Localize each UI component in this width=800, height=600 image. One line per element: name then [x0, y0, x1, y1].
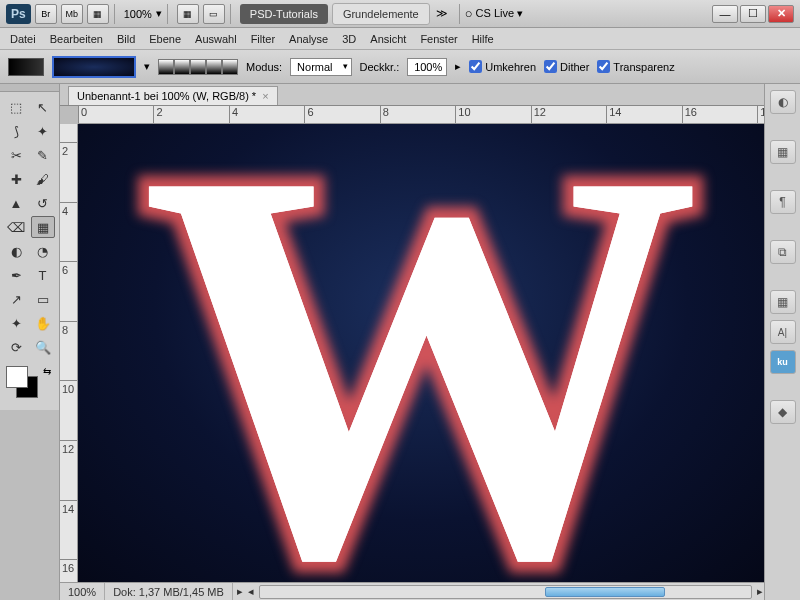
workspace-tag-1[interactable]: PSD-Tutorials: [240, 4, 328, 24]
tool-path[interactable]: ↗: [4, 288, 28, 310]
color-swatches[interactable]: ⇆: [6, 366, 53, 406]
gradient-type-buttons[interactable]: [158, 59, 238, 75]
modus-dropdown[interactable]: Normal: [290, 58, 351, 76]
layout-button[interactable]: ▦: [87, 4, 109, 24]
tool-eraser[interactable]: ⌫: [4, 216, 28, 238]
menu-bar: Datei Bearbeiten Bild Ebene Auswahl Filt…: [0, 28, 800, 50]
tool-history[interactable]: ↺: [31, 192, 55, 214]
menu-hilfe[interactable]: Hilfe: [472, 33, 494, 45]
modus-label: Modus:: [246, 61, 282, 73]
menu-filter[interactable]: Filter: [251, 33, 275, 45]
status-bar: 100% Dok: 1,37 MB/1,45 MB ▸ ◂ ▸: [60, 582, 764, 600]
tool-crop[interactable]: ✂: [4, 144, 28, 166]
menu-ebene[interactable]: Ebene: [149, 33, 181, 45]
menu-analyse[interactable]: Analyse: [289, 33, 328, 45]
tool-lasso[interactable]: ⟆: [4, 120, 28, 142]
zoom-status[interactable]: 100%: [60, 583, 105, 600]
mb-button[interactable]: Mb: [61, 4, 83, 24]
tool-shape[interactable]: ▭: [31, 288, 55, 310]
menu-3d[interactable]: 3D: [342, 33, 356, 45]
tool-rotate[interactable]: ⟳: [4, 336, 28, 358]
grid-panel-icon[interactable]: ▦: [770, 290, 796, 314]
swatches-panel-icon[interactable]: ▦: [770, 140, 796, 164]
letter-artwork: W: [141, 124, 701, 582]
tool-zoom[interactable]: 🔍: [31, 336, 55, 358]
ruler-vertical: 2 4 6 8 10 12 14 16: [60, 124, 78, 582]
layers-panel-icon[interactable]: ⧉: [770, 240, 796, 264]
deck-label: Deckkr.:: [360, 61, 400, 73]
tool-wand[interactable]: ✦: [31, 120, 55, 142]
doc-info[interactable]: Dok: 1,37 MB/1,45 MB: [105, 583, 233, 600]
tool-preset[interactable]: [8, 58, 44, 76]
dither-checkbox[interactable]: Dither: [544, 60, 589, 73]
right-panel-dock: ◐ ▦ ¶ ⧉ ▦ A| ku ◆: [764, 84, 800, 600]
tool-type[interactable]: T: [31, 264, 55, 286]
gradient-preview[interactable]: [52, 56, 136, 78]
menu-auswahl[interactable]: Auswahl: [195, 33, 237, 45]
character-panel-icon[interactable]: A|: [770, 320, 796, 344]
tool-dodge[interactable]: ◔: [31, 240, 55, 262]
tool-pen[interactable]: ✒: [4, 264, 28, 286]
tool-3d[interactable]: ✦: [4, 312, 28, 334]
bridge-button[interactable]: Br: [35, 4, 57, 24]
paragraph-panel-icon[interactable]: ¶: [770, 190, 796, 214]
menu-ansicht[interactable]: Ansicht: [370, 33, 406, 45]
minimize-button[interactable]: —: [712, 5, 738, 23]
menu-bearbeiten[interactable]: Bearbeiten: [50, 33, 103, 45]
tool-stamp[interactable]: ▲: [4, 192, 28, 214]
tool-heal[interactable]: ✚: [4, 168, 28, 190]
screen-button[interactable]: ▭: [203, 4, 225, 24]
tool-eyedrop[interactable]: ✎: [31, 144, 55, 166]
adjustments-panel-icon[interactable]: ◆: [770, 400, 796, 424]
horizontal-scrollbar[interactable]: [259, 585, 752, 599]
tool-select[interactable]: ↖: [31, 96, 55, 118]
cslive-button[interactable]: CS Live ▾: [465, 6, 523, 21]
workspace-tag-2[interactable]: Grundelemente: [332, 3, 430, 25]
menu-fenster[interactable]: Fenster: [420, 33, 457, 45]
close-tab-icon[interactable]: ×: [262, 90, 268, 102]
menu-datei[interactable]: Datei: [10, 33, 36, 45]
tool-gradient[interactable]: ▦: [31, 216, 55, 238]
ruler-horizontal: 0 2 4 6 8 10 12 14 16 18: [78, 106, 764, 124]
tool-move[interactable]: ⬚: [4, 96, 28, 118]
arrange-button[interactable]: ▦: [177, 4, 199, 24]
tool-brush[interactable]: 🖌: [31, 168, 55, 190]
app-logo: Ps: [6, 4, 31, 24]
options-bar: ▾ Modus: Normal Deckkr.: 100%▸ Umkehren …: [0, 50, 800, 84]
close-button[interactable]: ✕: [768, 5, 794, 23]
tool-blur[interactable]: ◐: [4, 240, 28, 262]
umkehren-checkbox[interactable]: Umkehren: [469, 60, 536, 73]
toolbox: ⬚ ↖ ⟆ ✦ ✂ ✎ ✚ 🖌 ▲ ↺ ⌫ ▦ ◐ ◔ ✒ T ↗ ▭ ✦ ✋ …: [0, 92, 59, 362]
opacity-input[interactable]: 100%: [407, 58, 447, 76]
zoom-display[interactable]: 100%: [124, 8, 152, 20]
more-workspaces[interactable]: ≫: [436, 7, 448, 20]
maximize-button[interactable]: ☐: [740, 5, 766, 23]
tool-hand[interactable]: ✋: [31, 312, 55, 334]
color-panel-icon[interactable]: ◐: [770, 90, 796, 114]
transparenz-checkbox[interactable]: Transparenz: [597, 60, 674, 73]
kuler-panel-icon[interactable]: ku: [770, 350, 796, 374]
title-bar: Ps Br Mb ▦ 100%▾ ▦ ▭ PSD-Tutorials Grund…: [0, 0, 800, 28]
menu-bild[interactable]: Bild: [117, 33, 135, 45]
canvas[interactable]: W W: [78, 124, 764, 582]
document-tab[interactable]: Unbenannt-1 bei 100% (W, RGB/8) *×: [68, 86, 278, 105]
document-tabs: Unbenannt-1 bei 100% (W, RGB/8) *×: [60, 84, 764, 106]
